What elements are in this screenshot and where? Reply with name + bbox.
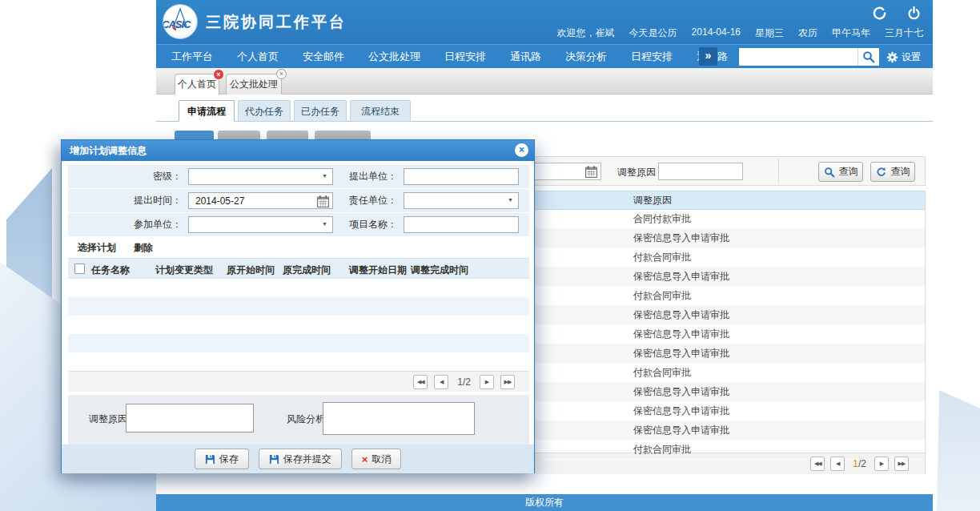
main-nav: 工作平台 个人首页 安全邮件 公文批处理 日程安排 通讯路 决策分析 日程安排 … [156,44,933,68]
col-adjust-finish: 调整完成时间 [411,264,468,277]
nav-item-work-platform[interactable]: 工作平台 [159,45,225,68]
first-page-button[interactable]: ◀◀ [413,375,428,389]
reason-filter-input[interactable] [658,163,743,180]
next-page-button[interactable]: ▶ [480,375,494,389]
footer: 版权所有 [156,494,933,511]
project-name-label: 项目名称： [333,218,404,231]
plan-table-header: 任务名称 计划变更类型 原开始时间 原完成时间 调整开始日期 调整完成时间 [68,258,529,279]
adjust-reason-textarea[interactable] [126,404,254,433]
next-page-button[interactable]: ▶ [874,457,889,471]
query-button[interactable]: 查询 [818,162,863,182]
save-button[interactable]: 保存 [195,449,249,469]
search-icon [862,50,875,63]
empty-row [68,316,529,334]
refresh-icon [876,167,887,178]
chevron-down-icon: ▼ [322,221,327,227]
secrecy-label: 密级： [68,170,188,183]
select-plan-button[interactable]: 选择计划 [78,241,116,255]
lunar-day: 三月十七 [885,26,923,40]
close-tab-icon[interactable]: × [213,69,224,80]
page: CASIC 三院协同工作平台 欢迎您，崔斌 今天是公历 2014-04-16 星… [0,0,980,511]
chevron-down-icon: ▼ [322,173,327,179]
tab-todo-tasks[interactable]: 代办任务 [238,100,291,122]
page-title: 三院协同工作平台 [206,12,347,33]
close-dialog-icon[interactable]: × [515,143,528,157]
plan-table-pagination: ◀◀ ◀ 1/2 ▶ ▶▶ [68,371,529,392]
background-shape-right [937,390,980,511]
reset-query-button[interactable]: 查询 [870,162,915,182]
welcome-text: 欢迎您，崔斌 [557,26,615,40]
propose-unit-input[interactable] [404,168,519,185]
prev-page-button[interactable]: ◀ [434,375,448,389]
header: CASIC 三院协同工作平台 欢迎您，崔斌 今天是公历 2014-04-16 星… [156,0,933,44]
last-page-button[interactable]: ▶▶ [894,457,909,471]
first-page-button[interactable]: ◀◀ [810,457,825,471]
power-icon[interactable] [906,6,922,21]
select-all-checkbox[interactable] [74,264,85,274]
col-orig-start: 原开始时间 [227,264,275,277]
date-value: 2014-04-16 [692,26,741,40]
propose-time-input[interactable]: 2014-05-27 [188,192,333,209]
nav-more-button[interactable]: » [699,47,717,66]
casic-logo: CASIC [163,4,199,41]
project-name-input[interactable] [404,216,519,233]
page-indicator: 1/2 [853,458,866,469]
propose-time-label: 提出时间： [68,194,188,207]
refresh-icon[interactable] [872,6,887,21]
settings-label: 设置 [902,50,921,64]
page-indicator: 1/2 [457,376,471,388]
dialog-title: 增加计划调整信息 [62,140,534,161]
duty-unit-select[interactable]: ▼ [404,192,519,209]
nav-item-personal-home[interactable]: 个人首页 [225,45,291,68]
join-unit-label: 参加单位： [68,218,188,231]
save-icon [269,454,279,465]
nav-item-schedule[interactable]: 日程安排 [432,45,498,68]
weekday: 星期三 [755,26,784,40]
nav-item-schedule-2[interactable]: 日程安排 [619,45,685,68]
nav-item-document-approval[interactable]: 公文批处理 [356,45,432,68]
calendar-icon[interactable] [584,165,598,179]
lunar-year: 甲午马年 [832,26,870,40]
tab-process-finished[interactable]: 流程结束 [350,100,411,122]
last-page-button[interactable]: ▶▶ [500,375,515,389]
nav-item-decision-analysis[interactable]: 决策分析 [553,45,619,68]
tab-done-tasks[interactable]: 已办任务 [294,100,347,122]
nav-item-contacts[interactable]: 通讯路 [498,45,553,68]
col-change-type: 计划变更类型 [155,264,213,277]
dialog-button-bar: 保存 保存并提交 × 取消 [62,445,534,473]
tab-apply-process[interactable]: 申请流程 [179,100,235,122]
prev-page-button[interactable]: ◀ [830,457,845,471]
save-icon [205,454,215,465]
propose-unit-label: 提出单位： [333,170,404,183]
save-and-submit-button[interactable]: 保存并提交 [259,449,342,469]
dialog-bottom-fields: 调整原因： 风险分析： [68,395,529,445]
empty-row [68,334,529,352]
join-unit-select[interactable]: ▼ [188,216,333,233]
col-orig-finish: 原完成时间 [283,264,331,277]
search-input[interactable] [739,48,858,66]
close-tab-icon[interactable]: × [276,69,287,79]
lunar-label: 农历 [798,26,817,40]
cancel-button[interactable]: × 取消 [351,449,402,469]
plan-table-rows [68,279,529,371]
secrecy-select[interactable]: ▼ [188,168,333,185]
nav-item-secure-mail[interactable]: 安全邮件 [291,45,356,68]
settings-button[interactable]: 设置 [886,48,921,66]
search-button[interactable] [858,48,879,66]
user-status-bar: 欢迎您，崔斌 今天是公历 2014-04-16 星期三 农历 甲午马年 三月十七 [557,26,923,40]
calendar-icon[interactable] [316,195,330,208]
risk-analysis-textarea[interactable] [323,402,475,435]
cancel-x-icon: × [362,453,368,465]
empty-row [68,297,529,316]
col-adjust-start: 调整开始日期 [349,264,407,277]
gear-icon [886,51,898,63]
delete-plan-button[interactable]: 删除 [134,241,153,255]
add-plan-adjustment-dialog: 增加计划调整信息 × 密级： ▼ 提出单位： 提出时间： 2014-05-27 [61,139,535,473]
plan-table-section: 选择计划 删除 任务名称 计划变更类型 原开始时间 原完成时间 调整开始日期 调… [68,238,529,392]
empty-row [68,279,529,297]
window-tab-personal-home[interactable]: 个人首页 × [175,74,219,95]
today-label: 今天是公历 [629,26,677,40]
window-tab-document-approval[interactable]: 公文批处理 × [226,74,282,95]
empty-row [68,352,529,371]
divider [778,159,779,183]
